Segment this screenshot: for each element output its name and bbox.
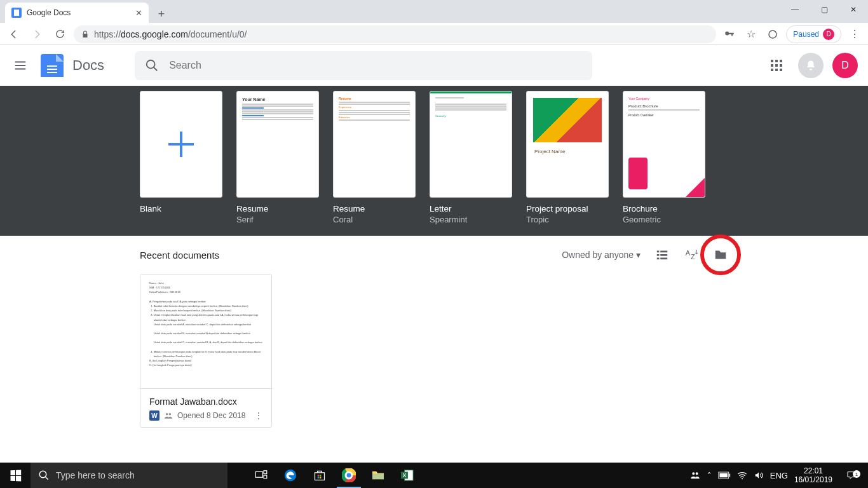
clock-date: 16/01/2019 — [794, 475, 832, 484]
svg-rect-23 — [729, 474, 730, 477]
tab-close-icon[interactable]: ✕ — [135, 8, 142, 18]
template-name: Blank — [140, 204, 222, 214]
chevron-down-icon: ▾ — [636, 250, 641, 260]
template-letter-spearmint[interactable]: Sincerely Letter Spearmint — [430, 91, 512, 224]
svg-rect-12 — [318, 477, 320, 479]
template-name: Resume — [333, 204, 416, 214]
tab-title: Google Docs — [27, 8, 130, 17]
key-icon[interactable] — [721, 26, 738, 43]
window-controls: — ▢ ✕ — [780, 0, 868, 19]
reload-button[interactable] — [51, 25, 69, 43]
svg-rect-7 — [264, 475, 267, 478]
notifications-button[interactable] — [798, 53, 824, 78]
browser-tab[interactable]: Google Docs ✕ — [5, 3, 149, 23]
taskbar-tray: ˄ ENG 22:01 16/01/2019 1 — [689, 466, 868, 485]
file-explorer-icon[interactable] — [363, 463, 393, 488]
document-more-button[interactable]: ⋮ — [255, 411, 262, 420]
list-view-button[interactable] — [654, 247, 670, 262]
people-icon[interactable] — [689, 470, 701, 480]
search-input[interactable] — [169, 60, 582, 71]
battery-icon[interactable] — [718, 471, 731, 479]
address-bar: https://docs.google.com/document/u/0/ ☆ … — [0, 23, 868, 45]
template-resume-coral[interactable]: ResumeExperienceEducation Resume Coral — [333, 91, 416, 224]
template-name: Letter — [430, 204, 512, 214]
recent-controls: Owned by anyone ▾ AZ — [562, 247, 728, 262]
shared-icon — [163, 411, 173, 420]
taskbar-search[interactable]: Type here to search — [31, 463, 227, 488]
extension-icon[interactable] — [764, 26, 781, 43]
google-apps-button[interactable] — [764, 53, 789, 78]
task-view-icon[interactable] — [247, 463, 276, 488]
svg-point-25 — [742, 478, 743, 479]
recent-area: Recent documents Owned by anyone ▾ AZ Na… — [0, 236, 868, 439]
profile-paused-chip[interactable]: Paused D — [786, 25, 841, 43]
svg-text:Z: Z — [691, 253, 695, 261]
svg-point-0 — [769, 30, 776, 38]
template-thumb: Project Name — [526, 91, 609, 198]
account-avatar[interactable]: D — [832, 53, 858, 78]
main-menu-button[interactable] — [5, 50, 36, 81]
svg-rect-11 — [320, 475, 322, 477]
svg-rect-10 — [318, 475, 320, 477]
template-thumb: ResumeExperienceEducation — [333, 91, 416, 198]
sort-button[interactable]: AZ — [684, 247, 699, 262]
document-meta: W Opened 8 Dec 2018 ⋮ — [149, 410, 262, 421]
header-right: D — [764, 53, 858, 78]
wifi-icon[interactable] — [737, 471, 747, 480]
document-card[interactable]: Nama : JohnNIM : 1717051000Kelas/Praktik… — [140, 274, 272, 428]
language-indicator[interactable]: ENG — [770, 471, 788, 480]
docs-logo-icon — [41, 54, 64, 77]
svg-rect-13 — [320, 477, 322, 479]
svg-text:X: X — [403, 473, 407, 478]
document-info: Format Jawaban.docx W Opened 8 Dec 2018 … — [140, 389, 271, 427]
template-subtitle: Serif — [236, 215, 319, 224]
url-box[interactable]: https://docs.google.com/document/u/0/ — [74, 25, 716, 43]
template-thumb — [140, 91, 222, 198]
svg-rect-5 — [255, 471, 262, 477]
volume-icon[interactable] — [754, 471, 764, 480]
clock-time: 22:01 — [794, 466, 832, 475]
open-file-picker-button[interactable] — [713, 247, 728, 262]
excel-icon[interactable]: X — [393, 463, 422, 488]
template-resume-serif[interactable]: Your Name Resume Serif — [236, 91, 319, 224]
chrome-icon[interactable] — [334, 463, 363, 488]
store-icon[interactable] — [305, 463, 334, 488]
tray-chevron-icon[interactable]: ˄ — [707, 471, 712, 480]
template-subtitle: Tropic — [526, 215, 609, 224]
svg-point-18 — [346, 473, 351, 478]
paused-avatar-icon: D — [823, 29, 834, 40]
action-center-icon[interactable]: 1 — [839, 470, 864, 480]
taskbar-apps: X — [247, 463, 422, 488]
recent-header: Recent documents Owned by anyone ▾ AZ — [140, 247, 728, 262]
template-name: Resume — [236, 204, 319, 214]
template-brochure-geometric[interactable]: Your CompanyProduct BrochureProduct Over… — [623, 91, 705, 224]
owned-by-label: Owned by anyone — [562, 250, 634, 260]
start-button[interactable] — [0, 463, 31, 488]
new-tab-button[interactable]: + — [153, 5, 170, 23]
search-icon — [38, 470, 50, 481]
bookmark-star-icon[interactable]: ☆ — [743, 26, 759, 43]
paused-label: Paused — [793, 30, 819, 39]
owned-by-dropdown[interactable]: Owned by anyone ▾ — [562, 250, 641, 260]
close-window-button[interactable]: ✕ — [839, 0, 868, 19]
windows-taskbar: Type here to search X ˄ — [0, 463, 868, 488]
taskbar-clock[interactable]: 22:01 16/01/2019 — [794, 466, 832, 485]
template-thumb: Your Name — [236, 91, 319, 198]
browser-menu-icon[interactable]: ⋮ — [846, 26, 863, 43]
svg-rect-24 — [719, 473, 728, 478]
template-project-proposal[interactable]: Project Name Project proposal Tropic — [526, 91, 609, 224]
search-box[interactable] — [135, 51, 592, 80]
back-button[interactable] — [5, 25, 23, 43]
minimize-button[interactable]: — — [780, 0, 810, 19]
docs-favicon-icon — [11, 8, 22, 18]
docs-header: Docs D — [0, 45, 868, 86]
template-blank[interactable]: Blank — [140, 91, 222, 224]
edge-icon[interactable] — [276, 463, 305, 488]
maximize-button[interactable]: ▢ — [810, 0, 839, 19]
template-thumb: Your CompanyProduct BrochureProduct Over… — [623, 91, 705, 198]
forward-button[interactable] — [28, 25, 46, 43]
word-file-icon: W — [149, 410, 159, 421]
recent-title: Recent documents — [140, 250, 219, 261]
template-thumb: Sincerely — [430, 91, 512, 198]
browser-chrome: Google Docs ✕ + — ▢ ✕ https://docs.googl… — [0, 0, 868, 45]
